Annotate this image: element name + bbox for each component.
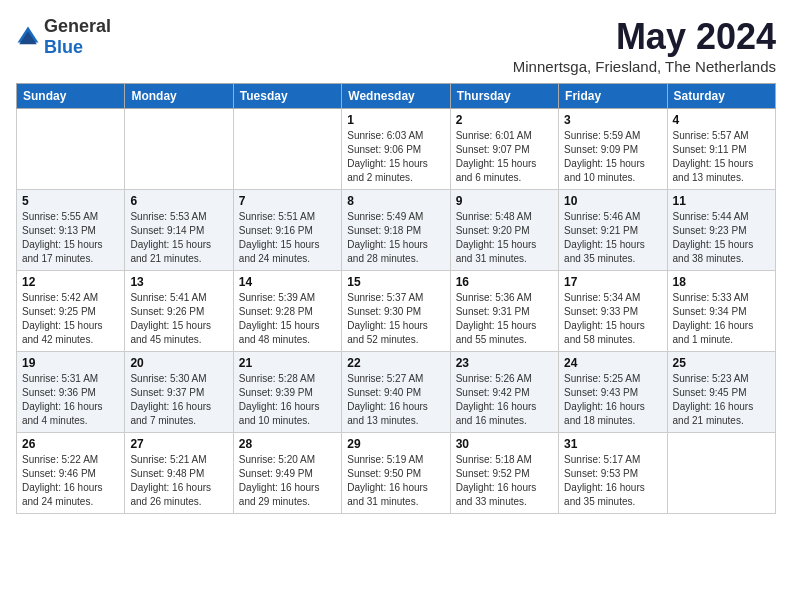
cell-info-text: Sunrise: 5:59 AM Sunset: 9:09 PM Dayligh… [564, 129, 661, 185]
cell-date-number: 10 [564, 194, 661, 208]
cell-info-text: Sunrise: 6:03 AM Sunset: 9:06 PM Dayligh… [347, 129, 444, 185]
cell-date-number: 7 [239, 194, 336, 208]
cell-info-text: Sunrise: 5:34 AM Sunset: 9:33 PM Dayligh… [564, 291, 661, 347]
cell-date-number: 27 [130, 437, 227, 451]
calendar-cell: 14Sunrise: 5:39 AM Sunset: 9:28 PM Dayli… [233, 271, 341, 352]
calendar-cell: 31Sunrise: 5:17 AM Sunset: 9:53 PM Dayli… [559, 433, 667, 514]
cell-info-text: Sunrise: 5:36 AM Sunset: 9:31 PM Dayligh… [456, 291, 553, 347]
calendar-cell: 5Sunrise: 5:55 AM Sunset: 9:13 PM Daylig… [17, 190, 125, 271]
week-row-1: 1Sunrise: 6:03 AM Sunset: 9:06 PM Daylig… [17, 109, 776, 190]
cell-date-number: 21 [239, 356, 336, 370]
calendar-cell: 27Sunrise: 5:21 AM Sunset: 9:48 PM Dayli… [125, 433, 233, 514]
calendar-cell: 15Sunrise: 5:37 AM Sunset: 9:30 PM Dayli… [342, 271, 450, 352]
cell-date-number: 26 [22, 437, 119, 451]
cell-info-text: Sunrise: 5:37 AM Sunset: 9:30 PM Dayligh… [347, 291, 444, 347]
logo-icon [16, 25, 40, 49]
calendar-cell: 18Sunrise: 5:33 AM Sunset: 9:34 PM Dayli… [667, 271, 775, 352]
cell-info-text: Sunrise: 5:19 AM Sunset: 9:50 PM Dayligh… [347, 453, 444, 509]
cell-info-text: Sunrise: 5:31 AM Sunset: 9:36 PM Dayligh… [22, 372, 119, 428]
logo: General Blue [16, 16, 111, 58]
header-sunday: Sunday [17, 84, 125, 109]
page-header: General Blue May 2024 Minnertsga, Friesl… [16, 16, 776, 75]
calendar-cell [17, 109, 125, 190]
cell-date-number: 8 [347, 194, 444, 208]
cell-date-number: 12 [22, 275, 119, 289]
calendar-cell: 8Sunrise: 5:49 AM Sunset: 9:18 PM Daylig… [342, 190, 450, 271]
cell-date-number: 17 [564, 275, 661, 289]
cell-info-text: Sunrise: 6:01 AM Sunset: 9:07 PM Dayligh… [456, 129, 553, 185]
calendar-cell: 23Sunrise: 5:26 AM Sunset: 9:42 PM Dayli… [450, 352, 558, 433]
cell-date-number: 25 [673, 356, 770, 370]
cell-date-number: 9 [456, 194, 553, 208]
cell-date-number: 18 [673, 275, 770, 289]
cell-info-text: Sunrise: 5:46 AM Sunset: 9:21 PM Dayligh… [564, 210, 661, 266]
calendar-cell: 29Sunrise: 5:19 AM Sunset: 9:50 PM Dayli… [342, 433, 450, 514]
cell-date-number: 19 [22, 356, 119, 370]
calendar-cell: 1Sunrise: 6:03 AM Sunset: 9:06 PM Daylig… [342, 109, 450, 190]
calendar-cell: 24Sunrise: 5:25 AM Sunset: 9:43 PM Dayli… [559, 352, 667, 433]
cell-info-text: Sunrise: 5:39 AM Sunset: 9:28 PM Dayligh… [239, 291, 336, 347]
header-monday: Monday [125, 84, 233, 109]
cell-date-number: 6 [130, 194, 227, 208]
header-friday: Friday [559, 84, 667, 109]
cell-info-text: Sunrise: 5:22 AM Sunset: 9:46 PM Dayligh… [22, 453, 119, 509]
cell-date-number: 13 [130, 275, 227, 289]
cell-info-text: Sunrise: 5:55 AM Sunset: 9:13 PM Dayligh… [22, 210, 119, 266]
calendar-cell: 2Sunrise: 6:01 AM Sunset: 9:07 PM Daylig… [450, 109, 558, 190]
cell-info-text: Sunrise: 5:27 AM Sunset: 9:40 PM Dayligh… [347, 372, 444, 428]
cell-date-number: 23 [456, 356, 553, 370]
cell-date-number: 3 [564, 113, 661, 127]
calendar-subtitle: Minnertsga, Friesland, The Netherlands [513, 58, 776, 75]
logo-blue: Blue [44, 37, 83, 57]
cell-date-number: 24 [564, 356, 661, 370]
cell-date-number: 14 [239, 275, 336, 289]
logo-general: General [44, 16, 111, 36]
cell-info-text: Sunrise: 5:44 AM Sunset: 9:23 PM Dayligh… [673, 210, 770, 266]
calendar-cell [233, 109, 341, 190]
cell-info-text: Sunrise: 5:20 AM Sunset: 9:49 PM Dayligh… [239, 453, 336, 509]
cell-date-number: 22 [347, 356, 444, 370]
calendar-cell: 3Sunrise: 5:59 AM Sunset: 9:09 PM Daylig… [559, 109, 667, 190]
calendar-cell: 20Sunrise: 5:30 AM Sunset: 9:37 PM Dayli… [125, 352, 233, 433]
header-tuesday: Tuesday [233, 84, 341, 109]
cell-info-text: Sunrise: 5:18 AM Sunset: 9:52 PM Dayligh… [456, 453, 553, 509]
cell-date-number: 5 [22, 194, 119, 208]
calendar-cell [125, 109, 233, 190]
calendar-cell: 9Sunrise: 5:48 AM Sunset: 9:20 PM Daylig… [450, 190, 558, 271]
cell-info-text: Sunrise: 5:28 AM Sunset: 9:39 PM Dayligh… [239, 372, 336, 428]
cell-date-number: 29 [347, 437, 444, 451]
cell-date-number: 4 [673, 113, 770, 127]
cell-info-text: Sunrise: 5:33 AM Sunset: 9:34 PM Dayligh… [673, 291, 770, 347]
cell-date-number: 28 [239, 437, 336, 451]
calendar-cell: 13Sunrise: 5:41 AM Sunset: 9:26 PM Dayli… [125, 271, 233, 352]
calendar-cell: 16Sunrise: 5:36 AM Sunset: 9:31 PM Dayli… [450, 271, 558, 352]
week-row-5: 26Sunrise: 5:22 AM Sunset: 9:46 PM Dayli… [17, 433, 776, 514]
title-area: May 2024 Minnertsga, Friesland, The Neth… [513, 16, 776, 75]
cell-info-text: Sunrise: 5:49 AM Sunset: 9:18 PM Dayligh… [347, 210, 444, 266]
header-row: SundayMondayTuesdayWednesdayThursdayFrid… [17, 84, 776, 109]
calendar-cell: 30Sunrise: 5:18 AM Sunset: 9:52 PM Dayli… [450, 433, 558, 514]
calendar-cell: 21Sunrise: 5:28 AM Sunset: 9:39 PM Dayli… [233, 352, 341, 433]
cell-info-text: Sunrise: 5:51 AM Sunset: 9:16 PM Dayligh… [239, 210, 336, 266]
calendar-cell: 7Sunrise: 5:51 AM Sunset: 9:16 PM Daylig… [233, 190, 341, 271]
cell-date-number: 1 [347, 113, 444, 127]
cell-date-number: 15 [347, 275, 444, 289]
calendar-cell: 10Sunrise: 5:46 AM Sunset: 9:21 PM Dayli… [559, 190, 667, 271]
week-row-4: 19Sunrise: 5:31 AM Sunset: 9:36 PM Dayli… [17, 352, 776, 433]
calendar-cell: 22Sunrise: 5:27 AM Sunset: 9:40 PM Dayli… [342, 352, 450, 433]
cell-info-text: Sunrise: 5:42 AM Sunset: 9:25 PM Dayligh… [22, 291, 119, 347]
calendar-cell: 12Sunrise: 5:42 AM Sunset: 9:25 PM Dayli… [17, 271, 125, 352]
calendar-table: SundayMondayTuesdayWednesdayThursdayFrid… [16, 83, 776, 514]
cell-date-number: 20 [130, 356, 227, 370]
calendar-cell: 4Sunrise: 5:57 AM Sunset: 9:11 PM Daylig… [667, 109, 775, 190]
calendar-cell [667, 433, 775, 514]
cell-info-text: Sunrise: 5:30 AM Sunset: 9:37 PM Dayligh… [130, 372, 227, 428]
calendar-cell: 26Sunrise: 5:22 AM Sunset: 9:46 PM Dayli… [17, 433, 125, 514]
cell-info-text: Sunrise: 5:21 AM Sunset: 9:48 PM Dayligh… [130, 453, 227, 509]
cell-date-number: 11 [673, 194, 770, 208]
cell-date-number: 2 [456, 113, 553, 127]
calendar-cell: 25Sunrise: 5:23 AM Sunset: 9:45 PM Dayli… [667, 352, 775, 433]
cell-info-text: Sunrise: 5:23 AM Sunset: 9:45 PM Dayligh… [673, 372, 770, 428]
week-row-2: 5Sunrise: 5:55 AM Sunset: 9:13 PM Daylig… [17, 190, 776, 271]
calendar-cell: 28Sunrise: 5:20 AM Sunset: 9:49 PM Dayli… [233, 433, 341, 514]
